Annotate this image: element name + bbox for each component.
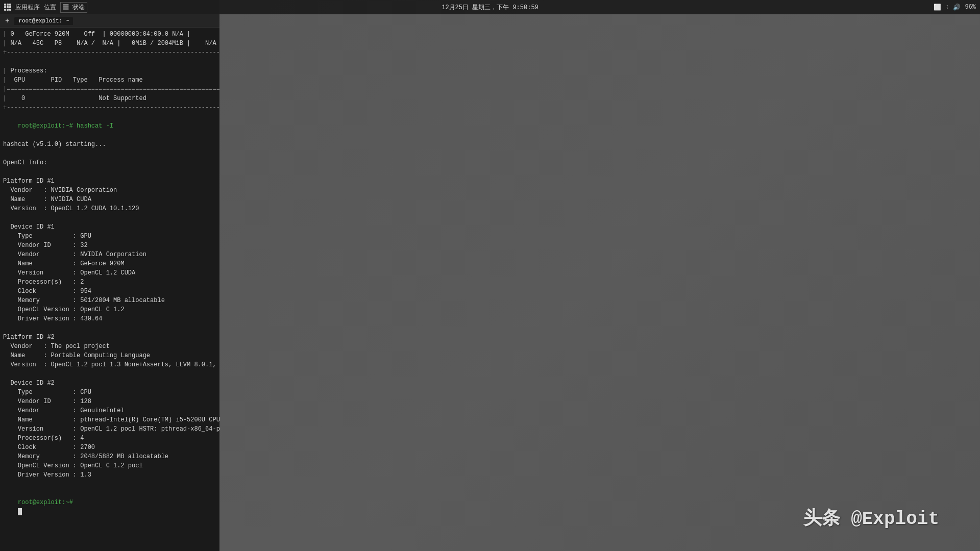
taskbar-display-icon: ⬜ bbox=[934, 4, 941, 11]
nvidia-smi-row1: | 0 GeForce 920M Off | 00000000:04:00.0 … bbox=[3, 30, 216, 39]
d2-driver: Driver Version : 1.3 bbox=[3, 470, 216, 480]
taskbar-app-menu[interactable]: 应用程序 bbox=[15, 3, 40, 12]
processes-row: | 0 Not Supported | bbox=[3, 94, 216, 103]
d1-processors: Processor(s) : 2 bbox=[3, 278, 216, 287]
device2-header: Device ID #2 bbox=[3, 379, 216, 388]
platform2-header: Platform ID #2 bbox=[3, 333, 216, 342]
processes-header: | Processes: GPU Memory | bbox=[3, 66, 216, 76]
d1-driver: Driver Version : 430.64 bbox=[3, 314, 216, 323]
blank3 bbox=[3, 167, 216, 177]
blank-line bbox=[3, 57, 216, 66]
table-border: +---------------------------------------… bbox=[3, 48, 216, 57]
blank2 bbox=[3, 149, 216, 158]
d2-memory: Memory : 2048/5882 MB allocatable bbox=[3, 452, 216, 461]
d1-vendor-id: Vendor ID : 32 bbox=[3, 241, 216, 250]
watermark-text: 头条 @Exploit bbox=[803, 509, 939, 530]
taskbar-left: 应用程序 位置 ☰ 状端 bbox=[4, 2, 87, 13]
taskbar: 应用程序 位置 ☰ 状端 12月25日 星期三，下午 9:50:59 ⬜ ↕ 🔊… bbox=[0, 0, 980, 14]
watermark: 头条 @Exploit bbox=[803, 506, 939, 531]
prompt-green: root@exploit:~# hashcat -I bbox=[18, 122, 113, 130]
p1-vendor: Vendor : NVIDIA Corporation bbox=[3, 186, 216, 195]
p2-version: Version : OpenCL 1.2 pocl 1.3 None+Asser… bbox=[3, 360, 216, 369]
terminal-tab-label: root@exploit: ~ bbox=[18, 18, 69, 24]
opencl-info: OpenCl Info: bbox=[3, 158, 216, 167]
taskbar-location[interactable]: 位置 bbox=[44, 3, 56, 12]
taskbar-datetime: 12月25日 星期三，下午 9:50:59 bbox=[442, 3, 538, 12]
p2-vendor: Vendor : The pocl project bbox=[3, 342, 216, 351]
d2-clock: Clock : 2700 bbox=[3, 443, 216, 452]
d1-memory: Memory : 501/2004 MB allocatable bbox=[3, 296, 216, 305]
taskbar-battery: 96% bbox=[965, 4, 976, 11]
hashcat-version: hashcat (v5.1.0) starting... bbox=[3, 140, 216, 149]
blank7 bbox=[3, 480, 216, 489]
apps-icon[interactable] bbox=[4, 4, 11, 11]
d2-vendor-id: Vendor ID : 128 bbox=[3, 397, 216, 406]
terminal-cursor bbox=[18, 508, 22, 515]
d2-processors: Processor(s) : 4 bbox=[3, 434, 216, 443]
taskbar-network-icon: ↕ bbox=[945, 4, 949, 11]
table-bottom: +---------------------------------------… bbox=[3, 103, 216, 112]
p2-name: Name : Portable Computing Language bbox=[3, 351, 216, 360]
d2-version: Version : OpenCL 1.2 pocl HSTR: pthread-… bbox=[3, 424, 216, 434]
terminal-content: | 0 GeForce 920M Off | 00000000:04:00.0 … bbox=[0, 28, 219, 551]
d2-opencl: OpenCL Version : OpenCL C 1.2 pocl bbox=[3, 461, 216, 470]
device1-header: Device ID #1 bbox=[3, 222, 216, 232]
final-prompt-text: root@exploit:~# bbox=[18, 499, 73, 506]
terminal-tabs: + root@exploit: ~ bbox=[0, 14, 219, 28]
platform1-header: Platform ID #1 bbox=[3, 177, 216, 186]
d2-vendor: Vendor : GenuineIntel bbox=[3, 406, 216, 415]
browser-area bbox=[219, 0, 980, 551]
blank6 bbox=[3, 369, 216, 379]
d1-name: Name : GeForce 920M bbox=[3, 259, 216, 268]
d1-vendor: Vendor : NVIDIA Corporation bbox=[3, 250, 216, 259]
taskbar-volume-icon: 🔊 bbox=[953, 4, 961, 11]
d2-name: Name : pthread-Intel(R) Core(TM) i5-5200… bbox=[3, 415, 216, 424]
d1-opencl: OpenCL Version : OpenCL C 1.2 bbox=[3, 305, 216, 314]
blank5 bbox=[3, 323, 216, 333]
terminal-tab[interactable]: root@exploit: ~ bbox=[14, 17, 73, 25]
p1-name: Name : NVIDIA CUDA bbox=[3, 195, 216, 204]
taskbar-right: ⬜ ↕ 🔊 96% bbox=[934, 4, 976, 11]
final-prompt: root@exploit:~# bbox=[3, 489, 216, 525]
command-line: root@exploit:~# hashcat -I bbox=[3, 112, 216, 140]
processes-cols: | GPU PID Type Process name Usage | bbox=[3, 76, 216, 85]
p1-version: Version : OpenCL 1.2 CUDA 10.1.120 bbox=[3, 204, 216, 213]
d2-type: Type : CPU bbox=[3, 388, 216, 397]
d1-version: Version : OpenCL 1.2 CUDA bbox=[3, 268, 216, 278]
processes-sep: |=======================================… bbox=[3, 85, 216, 94]
nvidia-smi-row2: | N/A 45C P8 N/A / N/A | 0MiB / 2004MiB … bbox=[3, 39, 216, 48]
d1-clock: Clock : 954 bbox=[3, 287, 216, 296]
d1-type: Type : GPU bbox=[3, 232, 216, 241]
blank4 bbox=[3, 213, 216, 222]
taskbar-tools[interactable]: ☰ 状端 bbox=[60, 2, 87, 13]
new-tab-button[interactable]: + bbox=[2, 16, 12, 26]
